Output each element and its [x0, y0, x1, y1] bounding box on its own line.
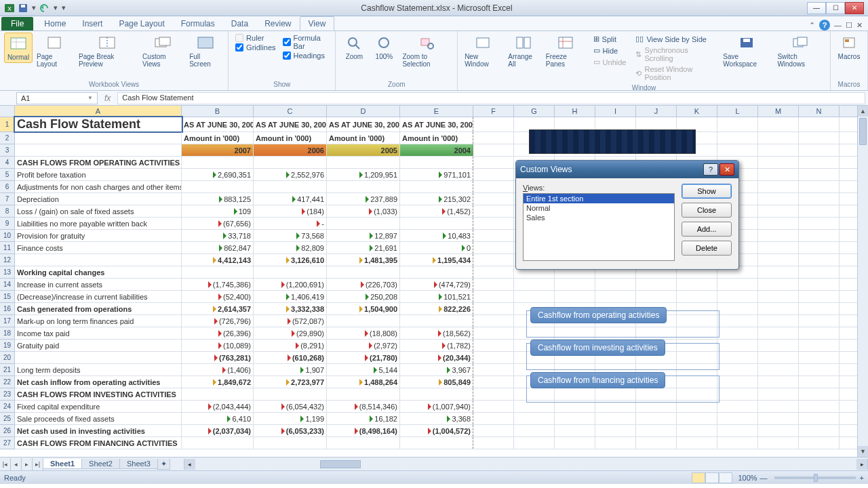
- split-button[interactable]: ⊞ Split: [592, 34, 628, 44]
- svg-point-15: [379, 38, 389, 47]
- grid-area: ABCDEFGHIJKLMN 1234567891011121314151617…: [0, 106, 868, 457]
- doc-minimize-icon[interactable]: —: [834, 21, 842, 29]
- zoom-level[interactable]: 100%: [738, 474, 757, 482]
- scroll-up-icon[interactable]: ▲: [858, 106, 868, 117]
- page-break-preview-button[interactable]: Page Break Preview: [76, 33, 138, 69]
- save-icon[interactable]: [18, 3, 28, 14]
- gridlines-checkbox[interactable]: Gridlines: [235, 43, 275, 52]
- chart-image: [529, 129, 696, 154]
- window-controls: — ☐ ✕: [807, 2, 864, 14]
- tab-insert[interactable]: Insert: [74, 17, 111, 30]
- row-headers[interactable]: 1234567891011121314151617181920212223242…: [0, 117, 15, 457]
- sheet-nav-prev[interactable]: ◂: [11, 458, 22, 470]
- doc-close-icon[interactable]: ✕: [856, 21, 863, 30]
- undo-icon[interactable]: [39, 3, 50, 14]
- ruler-checkbox[interactable]: Ruler: [235, 34, 275, 42]
- add-button[interactable]: Add...: [682, 222, 732, 237]
- formula-input[interactable]: Cash Flow Statement: [117, 92, 865, 104]
- svg-rect-29: [845, 39, 849, 42]
- sheet-nav-first[interactable]: |◂: [0, 458, 11, 470]
- fx-icon[interactable]: fx: [98, 94, 117, 103]
- vertical-scrollbar[interactable]: ▲ ▼: [857, 106, 868, 457]
- window-title: Cashflow Statement.xlsx - Microsoft Exce…: [66, 3, 807, 13]
- qat-customize-icon[interactable]: ▾: [61, 3, 66, 13]
- sheet-tab-1[interactable]: Sheet1: [43, 459, 82, 469]
- view-side-by-side-button[interactable]: ▯▯ View Side by Side: [634, 34, 716, 44]
- svg-rect-19: [517, 37, 523, 48]
- sheet-tab-3[interactable]: Sheet3: [119, 459, 158, 469]
- shape-button-2[interactable]: Cashflow from investing activities: [530, 340, 665, 356]
- freeze-panes-button[interactable]: Freeze Panes: [543, 33, 588, 69]
- macros-button[interactable]: Macros: [835, 33, 863, 62]
- dialog-titlebar[interactable]: Custom Views ? ✕: [516, 161, 738, 178]
- close-button-dialog[interactable]: Close: [682, 203, 732, 218]
- show-button[interactable]: Show: [682, 184, 732, 199]
- ribbon: Normal Page Layout Page Break Preview Cu…: [0, 31, 868, 91]
- tab-data[interactable]: Data: [223, 17, 256, 30]
- minimize-button[interactable]: —: [807, 2, 826, 14]
- view-option-2[interactable]: Sales: [524, 213, 674, 222]
- full-screen-button[interactable]: Full Screen: [186, 33, 224, 69]
- new-window-button[interactable]: New Window: [462, 33, 504, 69]
- sheet-nav-last[interactable]: ▸|: [33, 458, 43, 470]
- hscroll-thumb[interactable]: [320, 460, 361, 468]
- group-window: New Window Arrange All Freeze Panes ⊞ Sp…: [458, 31, 831, 90]
- group-zoom: Zoom 100% Zoom to Selection Zoom: [336, 31, 458, 90]
- column-headers[interactable]: ABCDEFGHIJKLMN: [15, 106, 868, 117]
- page-layout-view-icon[interactable]: [705, 472, 719, 483]
- zoom-out-icon[interactable]: —: [760, 474, 768, 482]
- tab-view[interactable]: View: [300, 16, 335, 30]
- qat-dropdown-1[interactable]: ▾: [31, 3, 37, 13]
- view-option-1[interactable]: Normal: [524, 203, 674, 213]
- page-break-view-icon[interactable]: [719, 472, 732, 483]
- help-icon[interactable]: ?: [819, 20, 830, 30]
- sheet-tab-2[interactable]: Sheet2: [81, 459, 120, 469]
- views-listbox[interactable]: Entire 1st section Normal Sales: [523, 193, 675, 261]
- shape-button-3[interactable]: Cashflow from financing activities: [530, 372, 665, 388]
- formula-bar-checkbox[interactable]: Formula Bar: [283, 34, 329, 50]
- tab-home[interactable]: Home: [36, 17, 74, 30]
- tab-formulas[interactable]: Formulas: [173, 17, 223, 30]
- horizontal-scrollbar[interactable]: ◂ ▸: [184, 459, 868, 470]
- zoom-button[interactable]: Zoom: [340, 33, 368, 62]
- file-tab[interactable]: File: [1, 17, 33, 30]
- zoom-100-button[interactable]: 100%: [370, 33, 398, 62]
- svg-rect-12: [198, 37, 213, 48]
- switch-windows-button[interactable]: Switch Windows: [774, 33, 826, 69]
- save-workspace-button[interactable]: Save Workspace: [720, 33, 773, 69]
- doc-restore-icon[interactable]: ☐: [846, 21, 852, 30]
- hide-button[interactable]: ▭ Hide: [592, 45, 628, 56]
- arrange-all-button[interactable]: Arrange All: [505, 33, 541, 69]
- page-layout-button[interactable]: Page Layout: [34, 33, 75, 69]
- dialog-close-button[interactable]: ✕: [719, 163, 734, 176]
- normal-view-icon[interactable]: [692, 472, 705, 483]
- scroll-down-icon[interactable]: ▼: [858, 446, 868, 457]
- tab-review[interactable]: Review: [256, 17, 299, 30]
- headings-checkbox[interactable]: Headings: [283, 52, 329, 60]
- delete-button[interactable]: Delete: [682, 241, 732, 256]
- maximize-button[interactable]: ☐: [826, 2, 845, 14]
- custom-views-button[interactable]: Custom Views: [140, 33, 185, 69]
- ribbon-tabs: File Home Insert Page Layout Formulas Da…: [0, 16, 868, 31]
- zoom-slider[interactable]: [774, 476, 856, 479]
- scroll-left-icon[interactable]: ◂: [184, 459, 195, 470]
- shape-button-1[interactable]: Cashflow from operating activities: [530, 307, 667, 323]
- insert-sheet-button[interactable]: ✦: [157, 459, 170, 470]
- svg-point-17: [428, 43, 433, 49]
- scroll-right-icon[interactable]: ▸: [856, 459, 867, 470]
- name-box[interactable]: A1▼: [16, 92, 98, 104]
- vscroll-thumb[interactable]: [859, 118, 867, 145]
- qat-dropdown-2[interactable]: ▾: [53, 3, 58, 13]
- zoom-to-selection-button[interactable]: Zoom to Selection: [399, 33, 453, 69]
- zoom-in-icon[interactable]: +: [860, 474, 864, 482]
- cells[interactable]: Cashflow from operating activities Cashf…: [15, 117, 868, 457]
- tab-page-layout[interactable]: Page Layout: [111, 17, 172, 30]
- sheet-nav-next[interactable]: ▸: [22, 458, 33, 470]
- minimize-ribbon-icon[interactable]: ⌃: [809, 21, 815, 30]
- svg-rect-25: [743, 39, 750, 42]
- dialog-help-button[interactable]: ?: [703, 163, 718, 176]
- select-all-cell[interactable]: [0, 106, 15, 117]
- close-button[interactable]: ✕: [845, 2, 864, 14]
- view-option-0[interactable]: Entire 1st section: [524, 194, 674, 203]
- normal-view-button[interactable]: Normal: [4, 33, 33, 63]
